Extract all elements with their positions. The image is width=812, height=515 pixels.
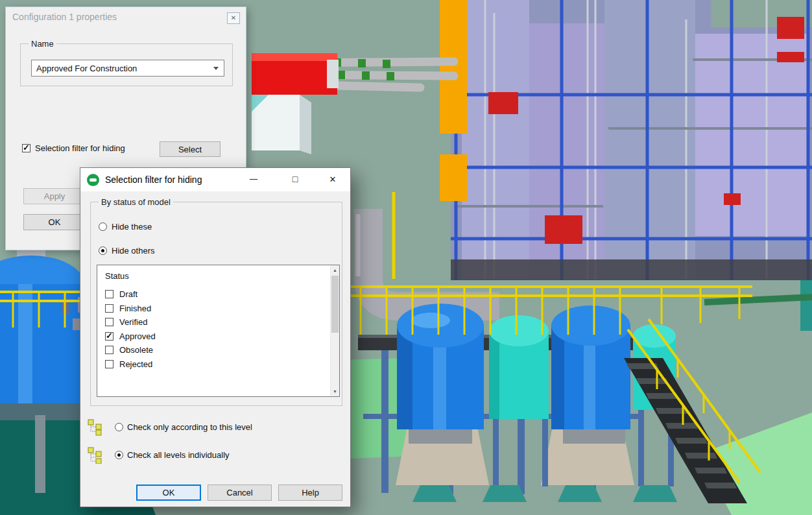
titlebar[interactable]: Selection filter for hiding bbox=[80, 168, 350, 191]
orange-panels bbox=[440, 0, 467, 201]
item-label: Finished bbox=[119, 304, 151, 313]
red-duct bbox=[252, 53, 339, 95]
item-label: Rejected bbox=[119, 359, 152, 369]
hide-these-radio-row[interactable]: Hide these bbox=[99, 222, 152, 232]
cancel-button[interactable]: Cancel bbox=[208, 485, 272, 501]
name-groupbox: Name Approved For Construction bbox=[20, 43, 233, 86]
list-item[interactable]: Verified bbox=[97, 315, 329, 329]
item-label: Approved bbox=[119, 331, 156, 341]
maximize-icon[interactable]: □ bbox=[283, 169, 307, 189]
levels-tree-icon bbox=[87, 446, 104, 464]
titlebar[interactable]: Configuration 1 properties bbox=[6, 7, 246, 27]
radio-label: Hide others bbox=[112, 246, 154, 256]
ok-button[interactable]: OK bbox=[23, 214, 86, 230]
radio-button[interactable] bbox=[115, 451, 123, 459]
item-label: Verified bbox=[119, 317, 147, 327]
radio-button[interactable] bbox=[115, 423, 123, 431]
selection-filter-dialog: Selection filter for hiding — □ ✕ By sta… bbox=[80, 167, 351, 507]
item-label: Draft bbox=[119, 289, 137, 299]
list-item[interactable]: Obsolete bbox=[97, 343, 329, 357]
vertical-scrollbar[interactable]: ▲ ▼ bbox=[330, 265, 339, 396]
hide-others-radio-row[interactable]: Hide others bbox=[99, 246, 154, 256]
combobox-value: Approved For Construction bbox=[36, 64, 137, 73]
checkbox[interactable] bbox=[105, 360, 113, 368]
radio-label: Check only according to this level bbox=[127, 422, 252, 432]
scroll-up-icon[interactable]: ▲ bbox=[331, 265, 339, 275]
checkbox[interactable] bbox=[22, 144, 30, 152]
close-icon[interactable]: ✕ bbox=[227, 12, 240, 24]
checkbox[interactable] bbox=[105, 346, 113, 354]
help-button[interactable]: Help bbox=[278, 485, 342, 501]
selection-filter-checkbox-row[interactable]: Selection filter for hiding bbox=[22, 143, 125, 153]
radio-button[interactable] bbox=[99, 246, 107, 255]
checkbox[interactable] bbox=[105, 290, 113, 298]
app-icon bbox=[87, 174, 99, 186]
white-cabinet bbox=[252, 95, 311, 154]
status-groupbox: By status of model Hide these Hide other… bbox=[90, 202, 342, 406]
status-listbox[interactable]: Status Draft Finished Verified Approved bbox=[97, 265, 340, 397]
checkbox[interactable] bbox=[105, 304, 113, 313]
status-list: Draft Finished Verified Approved Obsolet… bbox=[97, 287, 329, 371]
scrollbar-thumb[interactable] bbox=[331, 276, 339, 333]
group-label: Name bbox=[29, 39, 56, 49]
checkbox[interactable] bbox=[105, 318, 113, 326]
radio-button[interactable] bbox=[99, 222, 107, 231]
close-icon[interactable]: ✕ bbox=[320, 169, 345, 189]
apply-button[interactable]: Apply bbox=[23, 188, 86, 204]
select-button[interactable]: Select bbox=[160, 141, 221, 157]
configuration-name-combobox[interactable]: Approved For Construction bbox=[31, 60, 224, 77]
checkbox-label: Selection filter for hiding bbox=[35, 143, 125, 153]
scroll-down-icon[interactable]: ▼ bbox=[331, 387, 339, 396]
list-item[interactable]: Draft bbox=[97, 287, 329, 302]
list-header: Status bbox=[105, 271, 129, 281]
list-item[interactable]: Rejected bbox=[97, 357, 329, 372]
check-all-levels-radio-row[interactable]: Check all levels individually bbox=[87, 445, 230, 464]
level-tree-icon bbox=[87, 418, 104, 436]
minimize-icon[interactable]: — bbox=[241, 169, 266, 189]
check-this-level-radio-row[interactable]: Check only according to this level bbox=[87, 417, 252, 437]
group-label: By status of model bbox=[99, 197, 173, 207]
list-item[interactable]: Approved bbox=[97, 329, 329, 344]
dialog-title: Configuration 1 properties bbox=[12, 12, 117, 22]
ok-button[interactable]: OK bbox=[136, 485, 201, 501]
radio-label: Check all levels individually bbox=[127, 450, 230, 460]
radio-label: Hide these bbox=[112, 222, 152, 232]
item-label: Obsolete bbox=[119, 345, 153, 355]
list-item[interactable]: Finished bbox=[97, 302, 329, 316]
dialog-title: Selection filter for hiding bbox=[105, 174, 202, 185]
checkbox[interactable] bbox=[105, 332, 113, 341]
chevron-down-icon bbox=[213, 67, 219, 70]
